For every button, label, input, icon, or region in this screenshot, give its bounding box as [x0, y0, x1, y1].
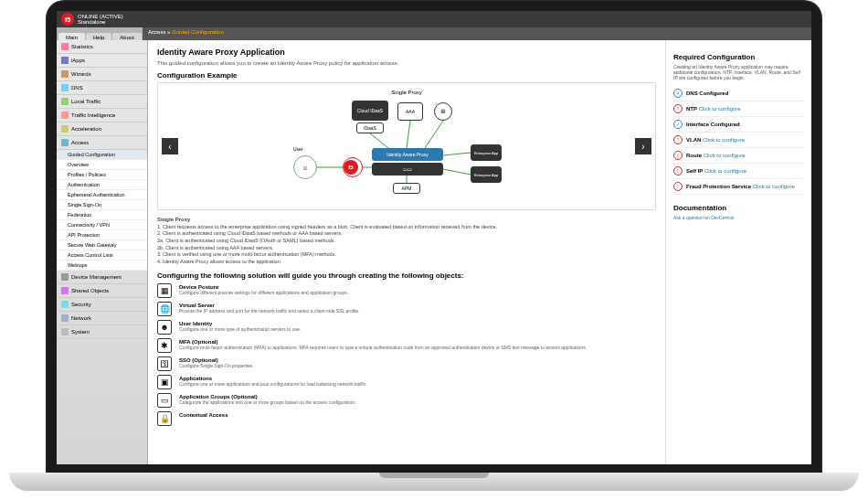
devcentral-link[interactable]: Ask a question on DevCentral — [673, 215, 804, 220]
nav-icon — [61, 287, 69, 294]
step-line: 2b. Client is authenticated using AAA ba… — [157, 245, 656, 252]
nav-icon — [61, 314, 69, 322]
sidebar-sub-connectivity-vpn[interactable]: Connectivity / VPN — [57, 220, 147, 230]
config-objects-heading: Configuring the following solution will … — [157, 271, 656, 280]
object-name: Application Groups (Optional) — [179, 394, 258, 399]
object-icon: ☻ — [157, 320, 172, 335]
nav-label: Wizards — [71, 71, 91, 77]
req-label: Self IP — [686, 168, 703, 174]
sidebar-sub-authentication[interactable]: Authentication — [57, 180, 147, 190]
warn-icon: ! — [673, 182, 683, 191]
steps-heading: Single Proxy — [157, 217, 190, 222]
svg-line-3 — [407, 121, 410, 148]
sidebar-sub-secure-web-gateway[interactable]: Secure Web Gateway — [57, 240, 147, 250]
configure-link[interactable]: Click to configure — [704, 153, 746, 158]
sidebar-item-device-management[interactable]: Device Management — [57, 271, 147, 284]
sidebar-item-acceleration[interactable]: Acceleration — [57, 122, 147, 136]
f5-node: f5 — [343, 157, 363, 177]
sidebar-item-network[interactable]: Network — [57, 312, 147, 325]
sidebar-item-security[interactable]: Security — [57, 298, 147, 312]
sidebar-item-local-traffic[interactable]: Local Traffic — [57, 95, 147, 109]
tab-help[interactable]: Help — [86, 33, 111, 40]
sidebar-sub-webtops[interactable]: Webtops — [57, 261, 147, 271]
warn-icon: ! — [673, 151, 683, 160]
sidebar-sub-overview[interactable]: Overview — [57, 160, 147, 170]
object-icon: 🔒 — [157, 411, 172, 426]
nav-label: Local Traffic — [71, 99, 101, 104]
svg-line-6 — [443, 169, 471, 175]
sidebar-sub-api-protection[interactable]: API Protection — [57, 230, 147, 240]
object-icon: ✱ — [157, 338, 172, 353]
enterprise-app-1: Enterprise App — [471, 144, 502, 161]
req-item-ntp: !NTP Click to configure — [673, 101, 804, 117]
page-description: This guided configuration allows you to … — [157, 60, 656, 66]
configure-link[interactable]: Click to configure — [699, 106, 741, 112]
config-object-sso-optional-: ⚿SSO (Optional)Configure Single Sign-On … — [157, 356, 656, 371]
object-desc: Configure multi-factor authentication (M… — [179, 345, 587, 350]
nav-icon — [61, 273, 69, 281]
sidebar-item-wizards[interactable]: Wizards — [57, 68, 147, 81]
step-line: 1. Client requests access to the enterpr… — [157, 224, 656, 231]
tab-main[interactable]: Main — [58, 33, 85, 40]
steps-section: Single Proxy 1. Client requests access t… — [157, 216, 656, 266]
object-desc: Configure one or more type of authentica… — [179, 326, 301, 332]
nav-label: Device Management — [71, 274, 122, 280]
sidebar-item-traffic-intelligence[interactable]: Traffic Intelligence — [57, 109, 147, 122]
config-object-contextual-access: 🔒Contextual Access — [157, 411, 656, 426]
object-icon: ▦ — [157, 283, 172, 298]
cloud-idaas-node: Cloud IDaaS — [352, 101, 388, 121]
req-label: DNS Configured — [686, 90, 728, 96]
configure-link[interactable]: Click to configure — [703, 137, 745, 143]
object-desc: Configure different posture settings for… — [179, 290, 348, 295]
sidebar-sub-federation[interactable]: Federation — [57, 210, 147, 220]
nav-icon — [61, 125, 69, 133]
req-item-dns-configured: ✓DNS Configured — [673, 86, 804, 101]
sidebar-sub-guided-configuration[interactable]: Guided Configuration — [57, 150, 147, 160]
req-item-interface-configured: ✓Interface Configured — [673, 117, 804, 133]
breadcrumb-root[interactable]: Access — [148, 29, 165, 35]
step-line: 4. Identity Aware Proxy allows access to… — [157, 259, 656, 266]
sidebar-item-system[interactable]: System — [57, 325, 147, 339]
nav-icon — [61, 301, 69, 308]
nav-icon — [61, 43, 69, 50]
req-label: Interface Configured — [686, 122, 740, 127]
tab-about[interactable]: About — [112, 33, 142, 40]
next-diagram-button[interactable]: › — [635, 138, 651, 154]
nav-icon — [61, 98, 69, 105]
idaas-node: IDaaS — [356, 122, 384, 133]
required-heading: Required Configuration — [673, 53, 804, 61]
tab-bar: Main Help About — [57, 27, 143, 40]
check-icon: ✓ — [673, 120, 683, 129]
window-header: f5 ONLINE (ACTIVE) Standalone — [57, 11, 811, 27]
sidebar-sub-single-sign-on[interactable]: Single Sign-On — [57, 200, 147, 210]
req-label: Fraud Protection Service — [686, 184, 751, 189]
configure-link[interactable]: Click to configure — [704, 168, 746, 174]
svg-line-5 — [443, 153, 471, 155]
sidebar-sub-ephemeral-authentication[interactable]: Ephemeral Authentication — [57, 190, 147, 200]
nav-label: Security — [71, 302, 91, 307]
sidebar-sub-profiles-policies[interactable]: Profiles / Policies — [57, 170, 147, 180]
sidebar-item-shared-objects[interactable]: Shared Objects — [57, 284, 147, 298]
object-desc: Provide the IP address and port for the … — [179, 308, 360, 314]
nav-label: Traffic Intelligence — [71, 112, 115, 118]
mode-text: Standalone — [78, 19, 123, 25]
object-name: Applications — [179, 376, 212, 381]
config-object-mfa-optional-: ✱MFA (Optional)Configure multi-factor au… — [157, 338, 656, 353]
sidebar-item-statistics[interactable]: Statistics — [57, 40, 147, 54]
req-item-fraud-protection-service: !Fraud Protection Service Click to confi… — [673, 179, 804, 195]
apm-node: APM — [393, 183, 420, 194]
object-name: Contextual Access — [179, 412, 228, 418]
sidebar-item-access[interactable]: Access — [57, 136, 147, 150]
sidebar-item-dns[interactable]: DNS — [57, 81, 147, 95]
configure-link[interactable]: Click to configure — [753, 184, 795, 189]
prev-diagram-button[interactable]: ‹ — [162, 138, 178, 154]
aaa-node: AAA — [397, 102, 423, 121]
laptop-base — [9, 473, 859, 491]
nav-label: Shared Objects — [71, 288, 109, 293]
step-line: 2. Client is authenticated using Cloud I… — [157, 230, 656, 238]
sidebar-item-iapps[interactable]: iApps — [57, 54, 147, 68]
breadcrumb-current[interactable]: Guided Configuration — [172, 29, 224, 35]
nav-label: Network — [71, 315, 91, 321]
nav-label: DNS — [71, 85, 83, 90]
sidebar-sub-access-control-lists[interactable]: Access Control Lists — [57, 250, 147, 261]
